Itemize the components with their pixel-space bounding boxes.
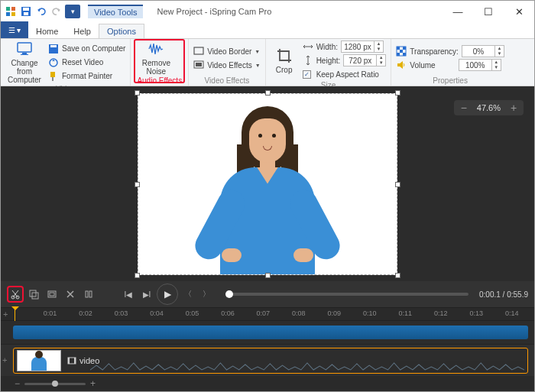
timeline-zoom-out-button[interactable]: − <box>15 378 20 389</box>
video-canvas[interactable] <box>138 93 397 275</box>
timeline-zoom-knob[interactable] <box>52 381 58 387</box>
height-spinner[interactable]: 720 px▲▼ <box>343 54 386 66</box>
ruler-tick: 0:09 <box>328 309 342 317</box>
resize-handle[interactable] <box>265 90 271 96</box>
save-on-computer-button[interactable]: Save on Computer <box>48 43 125 55</box>
svg-rect-33 <box>68 358 70 364</box>
timeline-zoom-slider[interactable] <box>24 383 86 385</box>
qat-grid-icon[interactable] <box>4 5 18 18</box>
svg-rect-0 <box>6 7 10 11</box>
crop-button[interactable]: Crop <box>271 40 298 80</box>
split-button[interactable] <box>80 286 97 303</box>
video-effects-button[interactable]: Video Effects ▼ <box>193 59 261 71</box>
volume-spinner[interactable]: 100%▲▼ <box>459 59 501 71</box>
zoom-out-button[interactable]: − <box>457 102 471 114</box>
copy-button[interactable] <box>25 286 42 303</box>
ruler-tick: 0:03 <box>115 309 128 317</box>
video-effects-label: Video Effects <box>207 61 252 70</box>
ribbon: Change from Computer Save on Computer Re… <box>1 39 534 86</box>
add-track-button[interactable]: + <box>3 309 8 319</box>
group-properties: Transparency: 0%▲▼ Volume 100%▲▼ Propert… <box>391 39 509 86</box>
go-start-button[interactable]: I◀ <box>120 286 137 303</box>
add-clip-button[interactable]: + <box>2 355 7 364</box>
change-from-computer-button[interactable]: Change from Computer <box>5 40 44 84</box>
tab-options[interactable]: Options <box>99 24 144 38</box>
close-button[interactable]: ✕ <box>504 1 534 22</box>
svg-rect-20 <box>403 47 406 50</box>
volume-value: 100% <box>459 61 491 70</box>
border-icon <box>193 46 204 57</box>
ruler-tick: 0:01 <box>44 309 57 317</box>
resize-handle[interactable] <box>135 273 140 278</box>
resize-handle[interactable] <box>395 182 400 187</box>
redo-icon[interactable] <box>50 5 63 18</box>
ruler-tick: 0:13 <box>470 309 484 317</box>
group-video: Change from Computer Save on Computer Re… <box>1 39 131 86</box>
group-video-effects: Video Border ▼ Video Effects ▼ Video Eff… <box>189 39 266 86</box>
remove-noise-button[interactable]: Remove Noise <box>137 40 175 76</box>
svg-rect-34 <box>74 358 76 364</box>
format-painter-label: Format Painter <box>62 72 112 80</box>
tab-home[interactable]: Home <box>28 24 66 38</box>
dropdown-caret-icon: ▼ <box>255 63 261 68</box>
group-audio-effects: Remove Noise Audio Effects <box>131 39 189 86</box>
undo-icon[interactable] <box>34 5 48 18</box>
video-canvas-wrap[interactable] <box>138 93 397 275</box>
svg-rect-13 <box>50 72 55 77</box>
video-border-button[interactable]: Video Border ▼ <box>193 45 261 57</box>
ribbon-tabstrip: ☰ ▾ Home Help Options <box>1 22 534 39</box>
svg-rect-1 <box>11 7 15 11</box>
track-strip[interactable] <box>13 326 528 339</box>
seek-knob[interactable] <box>225 290 233 298</box>
svg-rect-3 <box>11 12 15 16</box>
width-spinner[interactable]: 1280 px▲▼ <box>341 40 384 53</box>
save-small-icon <box>48 44 59 54</box>
resize-handle[interactable] <box>265 273 271 278</box>
height-value: 720 px <box>344 57 376 65</box>
clip-selected[interactable]: video <box>13 348 528 374</box>
play-button[interactable]: ▶ <box>157 283 178 305</box>
resize-handle[interactable] <box>395 273 400 278</box>
ruler-tick: 0:14 <box>505 309 519 317</box>
svg-rect-21 <box>400 50 403 53</box>
resize-handle[interactable] <box>135 182 140 187</box>
seek-bar[interactable] <box>225 293 469 296</box>
volume-row: Volume 100%▲▼ <box>396 59 504 71</box>
width-value: 1280 px <box>342 43 374 51</box>
go-end-button[interactable]: ▶I <box>138 286 155 303</box>
resize-handle[interactable] <box>135 90 140 96</box>
timeline-ruler[interactable]: + 0:010:020:030:040:050:060:070:080:090:… <box>1 307 534 321</box>
ruler-tick: 0:10 <box>363 309 377 317</box>
group-video-effects-label: Video Effects <box>193 76 261 85</box>
playback-bar: I◀ ▶I ▶ 〈 〉 0:00.1 / 0:55.9 <box>1 281 534 307</box>
tab-help[interactable]: Help <box>66 24 99 38</box>
svg-rect-29 <box>50 293 54 296</box>
file-menu-button[interactable]: ☰ ▾ <box>1 21 28 38</box>
silence-button[interactable] <box>62 286 79 303</box>
crop-tool-button[interactable] <box>44 286 60 303</box>
cut-button[interactable] <box>7 286 24 303</box>
reset-video-button[interactable]: Reset Video <box>48 57 125 69</box>
zoom-in-button[interactable]: + <box>507 102 520 114</box>
keep-aspect-checkbox[interactable]: ✓ Keep Aspect Ratio <box>303 68 387 80</box>
minimize-button[interactable]: — <box>443 1 473 22</box>
maximize-button[interactable]: ☐ <box>473 1 504 22</box>
save-icon[interactable] <box>19 5 33 18</box>
timeline-zoom-in-button[interactable]: + <box>90 378 96 389</box>
step-forward-button[interactable]: 〉 <box>198 286 215 303</box>
change-from-computer-label: Change from Computer <box>5 59 44 84</box>
format-painter-button[interactable]: Format Painter <box>48 70 125 83</box>
crop-label: Crop <box>276 66 293 74</box>
qat-menu-button[interactable]: ▾ <box>65 5 80 18</box>
checkbox-checked-icon: ✓ <box>303 70 311 79</box>
time-total: 0:55.9 <box>507 290 528 299</box>
waveform-icon <box>148 40 164 57</box>
zoom-level: 47.6% <box>477 103 501 112</box>
group-size: Crop Width: 1280 px▲▼ Height: 720 px▲▼ ✓ <box>266 39 392 86</box>
transparency-value: 0% <box>462 47 494 56</box>
svg-rect-5 <box>23 8 29 11</box>
transparency-label: Transparency: <box>410 47 459 56</box>
step-back-button[interactable]: 〈 <box>180 286 196 303</box>
transparency-spinner[interactable]: 0%▲▼ <box>462 45 504 57</box>
resize-handle[interactable] <box>395 90 400 96</box>
